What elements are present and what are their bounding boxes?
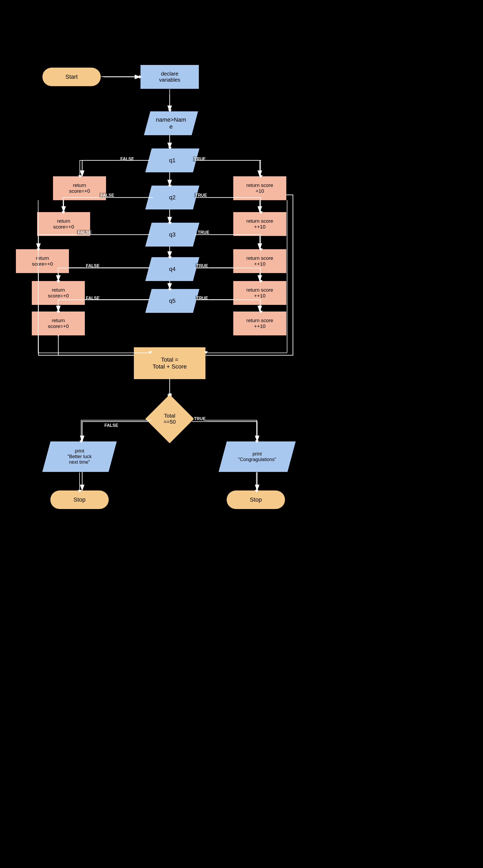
total-calc-box: Total = Total + Score — [134, 347, 205, 379]
ret-q4-true-label: return score ++10 — [246, 287, 273, 299]
start-label: Start — [65, 73, 78, 80]
q5-box: q5 — [145, 289, 199, 313]
ret-q5-true-label: return score ++10 — [246, 318, 273, 329]
q1-false-label: FALSE — [119, 156, 135, 162]
q1-label: q1 — [169, 157, 175, 164]
q4-box: q4 — [145, 257, 199, 281]
ret-q3-false-label: return score=+0 — [32, 255, 53, 267]
stop1-terminal: Stop — [51, 491, 109, 509]
total-false-label: FALSE — [103, 423, 119, 428]
q4-label: q4 — [169, 266, 175, 273]
ret-q1-true-box: return score +10 — [233, 176, 286, 200]
input-name-label: name>Nam e — [156, 116, 186, 130]
input-name-box: name>Nam e — [144, 111, 198, 135]
total-check-diamond — [145, 395, 194, 443]
ret-q1-true-label: return score +10 — [246, 182, 273, 194]
print-true-label: print "Congragulations" — [238, 451, 276, 462]
ret-q4-false-label: return score=+0 — [48, 287, 69, 299]
ret-q3-true-box: return score ++10 — [233, 249, 286, 273]
q3-label: q3 — [169, 231, 175, 238]
total-calc-label: Total = Total + Score — [153, 356, 187, 370]
print-false-box: print "Better luck next time" — [42, 441, 117, 472]
q1-box: q1 — [145, 149, 199, 172]
ret-q5-false-box: return score=+0 — [32, 311, 85, 335]
stop2-label: Stop — [250, 496, 262, 503]
ret-q3-true-label: return score ++10 — [246, 255, 273, 267]
declare-label: declare variables — [159, 71, 180, 83]
q5-true-label: TRUE — [195, 296, 209, 301]
ret-q4-false-box: return score=+0 — [32, 281, 85, 305]
ret-q1-false-box: return score=+0 — [53, 176, 106, 200]
print-false-label: print "Better luck next time" — [67, 448, 92, 465]
ret-q5-true-box: return score ++10 — [233, 311, 286, 335]
q1-true-label: TRUE — [193, 156, 207, 162]
ret-q5-false-label: return score=+0 — [48, 318, 69, 329]
stop2-terminal: Stop — [227, 491, 285, 509]
stop1-label: Stop — [73, 496, 85, 503]
total-true-label: TRUE — [193, 416, 207, 422]
q5-label: q5 — [169, 298, 175, 304]
declare-variables-box: declare variables — [140, 65, 199, 89]
q2-box: q2 — [145, 186, 199, 210]
ret-q4-true-box: return score ++10 — [233, 281, 286, 305]
q5-false-label: FALSE — [85, 296, 101, 301]
q2-label: q2 — [169, 194, 175, 201]
start-terminal: Start — [42, 68, 101, 86]
q3-box: q3 — [145, 223, 199, 247]
ret-q1-false-label: return score=+0 — [69, 182, 90, 194]
print-true-box: print "Congragulations" — [219, 441, 296, 472]
ret-q2-false-label: return score=+0 — [53, 218, 74, 230]
ret-q3-false-box: return score=+0 — [16, 249, 69, 273]
flowchart: Start declare variables name>Nam e q1 q2… — [0, 0, 483, 868]
ret-q2-true-label: return score ++10 — [246, 218, 273, 230]
ret-q2-true-box: return score ++10 — [233, 212, 286, 236]
